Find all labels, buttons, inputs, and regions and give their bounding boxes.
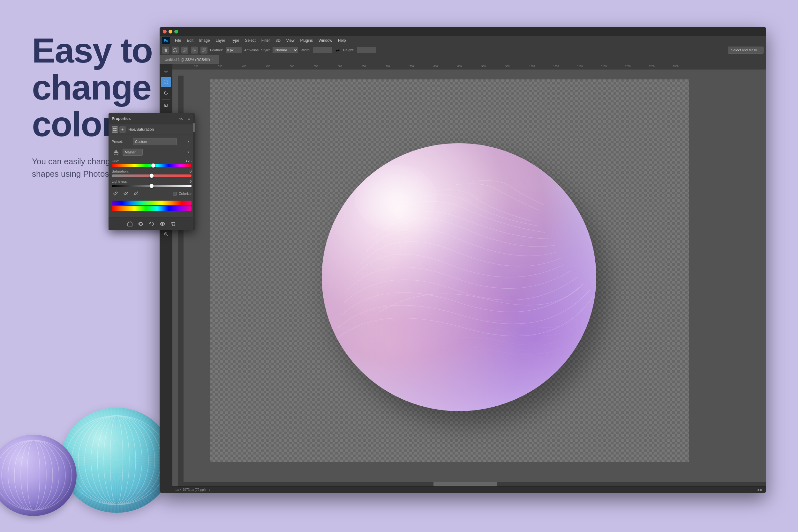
color-bar-1 — [112, 201, 192, 205]
channel-row: Master Reds Yellows Greens Cyans Blues M… — [112, 148, 192, 157]
status-info: px × 1973 px (72 ppi) — [176, 488, 205, 492]
hue-thumb[interactable] — [151, 163, 156, 168]
menu-filter[interactable]: Filter — [259, 38, 273, 43]
add-selection-icon: + — [183, 48, 187, 52]
svg-point-8 — [14, 440, 53, 510]
colorize-checkbox[interactable] — [173, 192, 177, 195]
adjustments-icon-btn[interactable] — [112, 126, 118, 133]
ruler-horizontal: 300 350 400 450 500 550 600 650 700 750 … — [173, 64, 766, 70]
saturation-label: Saturation: — [112, 169, 129, 173]
svg-point-0 — [91, 416, 142, 505]
saturation-track[interactable] — [112, 174, 192, 177]
eyedropper-btn[interactable] — [112, 190, 120, 197]
move-icon — [163, 69, 168, 74]
svg-point-12 — [21, 440, 46, 510]
minimize-btn[interactable] — [168, 30, 173, 34]
status-bar: px × 1973 px (72 ppi) ▸ ◀ ▶ — [173, 487, 766, 493]
home-btn[interactable] — [162, 46, 169, 54]
clip-to-layer-btn[interactable] — [126, 220, 134, 228]
scroll-thumb-h[interactable] — [434, 482, 497, 487]
swap-dimensions-btn[interactable]: ⇌ — [335, 47, 341, 53]
panel-menu-btn[interactable]: ≡ — [186, 116, 192, 121]
width-input[interactable] — [313, 47, 332, 53]
hue-header: Hue: +25 — [112, 159, 192, 163]
document-tab[interactable]: Untitled-1 @ 232% (RGB/8#) × — [160, 55, 219, 64]
zoom-tool[interactable] — [161, 229, 171, 239]
channel-select[interactable]: Master Reds Yellows Greens Cyans Blues M… — [123, 149, 143, 156]
select-mask-btn[interactable]: Select and Mask... — [728, 46, 764, 54]
channel-select-wrapper: Master Reds Yellows Greens Cyans Blues M… — [123, 149, 192, 156]
panel-header: Properties ≪ ≡ — [109, 113, 195, 125]
preset-select-arrow: ▼ — [187, 140, 189, 143]
svg-text:×: × — [204, 49, 205, 51]
eyedropper-plus-icon: + — [123, 191, 128, 196]
hand-panel-icon — [113, 149, 120, 155]
style-select[interactable]: Normal Fixed Ratio Fixed Size — [273, 47, 298, 53]
svg-point-5 — [97, 416, 136, 505]
panel-bottom-icons — [109, 217, 195, 230]
close-btn[interactable] — [163, 30, 167, 34]
reset-icon — [149, 221, 155, 227]
menu-layer[interactable]: Layer — [213, 38, 228, 43]
saturation-thumb[interactable] — [149, 173, 154, 178]
add-selection-btn[interactable]: + — [181, 46, 188, 54]
marquee-tool[interactable] — [161, 77, 171, 87]
panel-scroll-thumb[interactable] — [193, 123, 195, 132]
hue-track[interactable] — [112, 164, 192, 167]
visibility-btn[interactable] — [159, 220, 166, 228]
intersect-selection-btn[interactable]: × — [200, 46, 207, 54]
svg-rect-32 — [113, 128, 114, 129]
menu-edit[interactable]: Edit — [184, 38, 196, 43]
lightness-label: Lightness: — [112, 179, 128, 184]
lightness-value: 0 — [189, 179, 192, 184]
view-btn[interactable] — [137, 220, 145, 228]
scroll-horizontal[interactable] — [178, 482, 766, 487]
menu-help[interactable]: Help — [335, 38, 348, 43]
svg-point-3 — [72, 416, 161, 505]
menu-3d[interactable]: 3D — [273, 38, 283, 43]
sphere — [322, 143, 596, 411]
svg-rect-24 — [164, 80, 168, 84]
tab-close-btn[interactable]: × — [212, 58, 214, 61]
move-tool[interactable] — [161, 66, 171, 76]
home-icon — [163, 48, 168, 52]
lightness-track[interactable] — [112, 185, 192, 187]
sun-icon-btn[interactable] — [120, 126, 126, 133]
crop-icon — [163, 103, 168, 109]
lasso-tool[interactable] — [161, 88, 171, 98]
svg-rect-33 — [115, 128, 116, 129]
new-selection-btn[interactable] — [172, 46, 179, 54]
zoom-icon — [163, 231, 168, 237]
eyedropper-minus-btn[interactable]: − — [132, 190, 140, 197]
svg-point-1 — [85, 416, 148, 505]
reset-btn[interactable] — [148, 220, 156, 228]
adjustments-grid-icon — [113, 128, 117, 131]
menu-image[interactable]: Image — [197, 38, 212, 43]
eyedropper-plus-btn[interactable]: + — [122, 190, 130, 197]
maximize-btn[interactable] — [174, 30, 178, 34]
lightness-thumb[interactable] — [149, 184, 154, 188]
menu-file[interactable]: File — [173, 38, 183, 43]
subtract-selection-btn[interactable]: − — [191, 46, 198, 54]
hue-value: +25 — [185, 159, 192, 163]
menu-view[interactable]: View — [284, 38, 297, 43]
menu-window[interactable]: Window — [316, 38, 335, 43]
svg-text:−: − — [195, 49, 196, 51]
delete-btn[interactable] — [169, 220, 177, 228]
preset-select[interactable]: Custom Cyanotypes Default Increase Satur… — [133, 138, 177, 145]
svg-text:+: + — [126, 193, 128, 196]
svg-point-13 — [27, 440, 40, 510]
saturation-header: Saturation: 0 — [112, 169, 192, 173]
canvas-area[interactable]: 300 350 400 450 500 550 600 650 700 750 … — [173, 64, 766, 493]
feather-input[interactable] — [226, 47, 242, 53]
eyedropper-minus-icon: − — [133, 191, 139, 196]
svg-rect-35 — [115, 130, 116, 131]
menu-plugins[interactable]: Plugins — [298, 38, 315, 43]
panel-header-icons: ≪ ≡ — [178, 116, 192, 121]
crop-tool[interactable] — [161, 101, 171, 111]
height-input[interactable] — [357, 47, 376, 53]
menu-type[interactable]: Type — [228, 38, 242, 43]
panel-collapse-btn[interactable]: ≪ — [178, 116, 184, 121]
menu-select[interactable]: Select — [242, 38, 258, 43]
colorize-label: Colorize — [179, 192, 192, 195]
